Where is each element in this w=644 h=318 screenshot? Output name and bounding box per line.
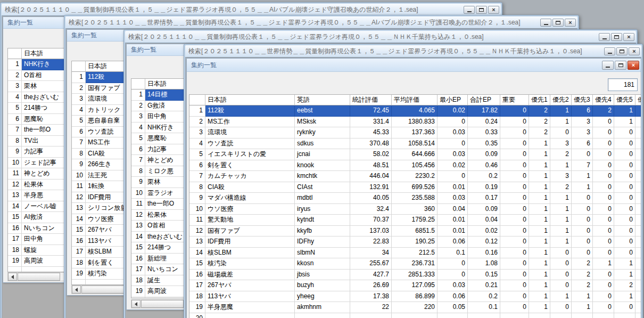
record-count-field[interactable]: 181 [608, 78, 638, 91]
data-cell[interactable]: 0.03 [437, 127, 468, 138]
row-number-cell[interactable]: 1 [72, 72, 86, 83]
maximize-button[interactable] [616, 47, 628, 55]
data-cell[interactable] [437, 313, 468, 318]
scroll-left-button[interactable] [8, 273, 17, 281]
minimize-button[interactable] [540, 19, 551, 27]
data-cell[interactable] [635, 258, 641, 270]
row-number-cell[interactable]: 5 [8, 103, 22, 114]
data-cell[interactable]: 0 [593, 270, 614, 281]
maximize-button[interactable] [552, 19, 564, 27]
data-cell[interactable]: 0.09 [468, 204, 500, 215]
row-number-cell[interactable]: 13 [72, 203, 86, 214]
japanese-cell[interactable]: 磁場歳差 [205, 270, 295, 281]
data-cell[interactable]: 0.01 [437, 226, 468, 237]
data-cell[interactable]: 1380.833 [392, 117, 437, 128]
row-number-cell[interactable]: 2 [131, 101, 145, 112]
row-number-cell[interactable]: 17 [131, 264, 145, 275]
data-cell[interactable]: 0 [614, 138, 635, 150]
data-cell[interactable]: 0 [593, 127, 614, 138]
row-number-cell[interactable]: 8 [8, 136, 22, 147]
data-cell[interactable]: 1 [614, 270, 635, 281]
row-number-cell[interactable]: 11 [189, 215, 205, 226]
data-cell[interactable]: 0 [572, 149, 593, 160]
data-cell[interactable]: 3 [550, 171, 572, 182]
japanese-cell[interactable]: マダバ構造線 [205, 193, 295, 204]
data-cell[interactable]: 235.588 [392, 193, 437, 204]
row-number-cell[interactable]: 1 [8, 59, 22, 70]
data-cell[interactable]: 1 [614, 291, 635, 303]
data-cell[interactable]: 0 [593, 280, 614, 291]
data-cell[interactable]: 1 [529, 302, 550, 313]
data-cell[interactable]: 1 [529, 258, 550, 270]
table-row[interactable]: 17267ヤバbuzyh26.69127.0950.030.21010202 [189, 280, 641, 291]
data-cell[interactable]: 0 [550, 280, 572, 291]
column-header-1[interactable]: 日本語 [205, 95, 295, 105]
data-cell[interactable]: 1 [550, 215, 572, 226]
row-number-cell[interactable]: 16 [72, 236, 86, 247]
data-cell[interactable]: 6851.5 [392, 226, 437, 237]
data-cell[interactable]: 1 [550, 291, 572, 303]
row-number-cell[interactable]: 11 [72, 181, 86, 192]
row-number-cell[interactable]: 9 [8, 146, 22, 158]
row-number-cell[interactable]: 15 [72, 225, 86, 236]
data-cell[interactable]: 86.899 [392, 291, 437, 303]
data-cell[interactable]: 137.363 [392, 127, 437, 138]
data-cell[interactable]: 0 [572, 215, 593, 226]
data-cell[interactable]: 40.05 [350, 193, 392, 204]
data-cell[interactable]: 236.731 [392, 258, 437, 270]
data-cell[interactable]: 45.33 [350, 127, 392, 138]
data-cell[interactable]: 2230.2 [392, 171, 437, 182]
data-cell[interactable]: 26.69 [350, 280, 392, 291]
data-cell[interactable]: 0.1 [437, 248, 468, 259]
data-cell[interactable] [635, 204, 641, 215]
column-header-11[interactable]: 優先4 [593, 95, 614, 105]
data-cell[interactable] [635, 149, 641, 160]
row-number-cell[interactable]: 13 [131, 221, 145, 232]
row-number-cell[interactable]: 5 [131, 133, 145, 144]
data-cell[interactable]: 220 [392, 302, 437, 313]
data-cell[interactable]: 2 [529, 117, 550, 128]
data-cell[interactable]: 0 [593, 291, 614, 303]
panel-close-button[interactable]: × [628, 61, 639, 70]
row-number-cell[interactable]: 7 [131, 155, 145, 166]
data-cell[interactable]: 1 [572, 302, 593, 313]
row-number-cell[interactable]: 16 [8, 223, 22, 234]
data-cell[interactable]: 0 [593, 149, 614, 160]
data-cell[interactable]: 0 [500, 105, 529, 117]
row-number-cell[interactable]: 18 [8, 245, 22, 256]
data-cell[interactable]: 1 [550, 193, 572, 204]
data-cell[interactable]: 0 [593, 182, 614, 193]
data-cell[interactable]: 0 [437, 270, 468, 281]
english-cell[interactable]: sdkus [295, 138, 350, 150]
row-number-cell[interactable]: 4 [8, 92, 22, 103]
column-header-9[interactable]: 優先2 [550, 95, 572, 105]
row-number-cell[interactable]: 6 [72, 127, 86, 138]
row-number-cell[interactable]: 12 [72, 192, 86, 203]
data-cell[interactable]: 0 [550, 127, 572, 138]
data-cell[interactable]: 0.01 [437, 215, 468, 226]
data-cell[interactable] [635, 138, 641, 150]
data-cell[interactable]: 1 [529, 248, 550, 259]
data-cell[interactable]: 446.04 [350, 171, 392, 182]
data-cell[interactable]: 0 [614, 127, 635, 138]
data-cell[interactable]: 1759.25 [392, 215, 437, 226]
minimize-button[interactable] [604, 47, 615, 55]
data-cell[interactable]: 0 [500, 226, 529, 237]
close-button[interactable]: × [623, 33, 634, 41]
data-cell[interactable]: 17.38 [350, 291, 392, 303]
data-cell[interactable]: 0.35 [468, 138, 500, 150]
data-cell[interactable]: 0 [614, 302, 635, 313]
row-number-cell[interactable] [8, 267, 22, 273]
row-number-cell[interactable] [72, 280, 86, 286]
data-cell[interactable]: 0.05 [437, 302, 468, 313]
data-cell[interactable]: 0 [593, 117, 614, 128]
row-number-cell[interactable]: 3 [189, 127, 205, 138]
data-cell[interactable]: 370.48 [350, 138, 392, 150]
data-cell[interactable]: 58.02 [350, 149, 392, 160]
row-number-cell[interactable]: 2 [189, 117, 205, 128]
data-cell[interactable]: 0.17 [468, 193, 500, 204]
data-cell[interactable]: 1 [529, 149, 550, 160]
data-cell[interactable]: 0 [593, 160, 614, 172]
data-cell[interactable]: 0 [437, 138, 468, 150]
data-cell[interactable]: 1 [529, 182, 550, 193]
